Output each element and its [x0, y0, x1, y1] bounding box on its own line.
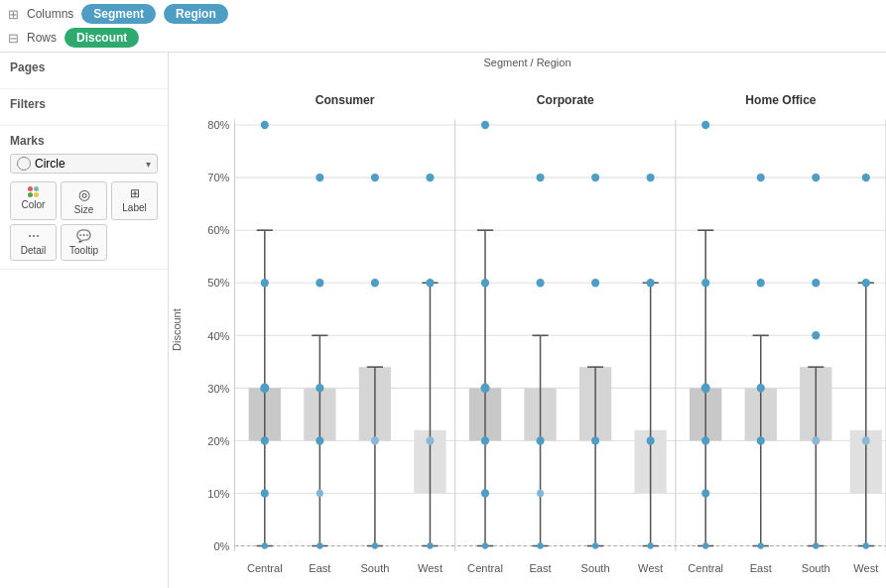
circle-mark-icon [17, 157, 31, 171]
svg-point-127 [812, 174, 820, 181]
svg-point-111 [701, 436, 709, 444]
label-icon: ⊞ [130, 186, 140, 200]
tooltip-icon: 💬 [76, 229, 91, 243]
svg-text:East: East [529, 562, 552, 574]
size-button[interactable]: ◎ Size [61, 181, 107, 220]
svg-point-131 [813, 542, 819, 548]
discount-pill[interactable]: Discount [64, 28, 139, 48]
svg-text:West: West [418, 562, 443, 574]
svg-point-44 [316, 542, 322, 548]
rows-label: Rows [27, 31, 57, 45]
svg-point-50 [371, 279, 379, 287]
svg-point-89 [591, 279, 599, 287]
color-button[interactable]: Color [10, 181, 57, 220]
tooltip-button[interactable]: 💬 Tooltip [61, 224, 107, 261]
svg-point-32 [261, 436, 269, 444]
columns-icon: ⊞ [8, 7, 19, 22]
chart-area: Segment / Region Discount [169, 53, 886, 588]
svg-point-71 [480, 384, 489, 394]
svg-point-121 [757, 436, 765, 444]
svg-text:East: East [750, 562, 773, 574]
svg-point-30 [261, 279, 269, 287]
svg-point-49 [371, 174, 379, 181]
svg-text:Central: Central [688, 562, 723, 574]
svg-text:South: South [802, 562, 830, 574]
svg-point-88 [591, 174, 599, 181]
tooltip-label: Tooltip [69, 245, 98, 256]
svg-point-138 [862, 436, 870, 444]
svg-text:South: South [581, 562, 610, 574]
toolbar: ⊞ Columns Segment Region ⊟ Rows Discount [0, 0, 886, 53]
svg-text:Consumer: Consumer [316, 93, 375, 107]
svg-point-80 [537, 279, 545, 287]
color-label: Color [22, 199, 46, 210]
columns-label: Columns [27, 7, 73, 21]
svg-point-96 [647, 174, 655, 181]
svg-text:West: West [853, 562, 879, 574]
svg-point-82 [537, 490, 544, 497]
svg-point-69 [481, 121, 489, 129]
color-icon [28, 186, 39, 197]
svg-point-137 [862, 279, 870, 287]
svg-point-120 [757, 384, 765, 392]
svg-text:50%: 50% [207, 277, 229, 289]
svg-point-29 [261, 121, 269, 129]
detail-button[interactable]: ⋯ Detail [10, 224, 57, 261]
filters-title: Filters [10, 97, 158, 111]
svg-point-34 [262, 542, 268, 548]
svg-text:20%: 20% [207, 434, 229, 446]
svg-point-42 [316, 436, 323, 444]
segment-pill[interactable]: Segment [81, 4, 156, 24]
svg-point-83 [538, 542, 544, 548]
svg-point-91 [592, 542, 598, 548]
svg-text:0%: 0% [213, 540, 229, 552]
marks-type-label: Circle [35, 157, 65, 171]
svg-point-108 [701, 121, 709, 129]
marks-type-dropdown[interactable]: Circle ▾ [10, 154, 158, 174]
pages-section: Pages [0, 53, 168, 89]
svg-text:70%: 70% [207, 172, 229, 183]
region-pill[interactable]: Region [164, 4, 228, 24]
svg-text:60%: 60% [207, 224, 229, 236]
svg-point-97 [647, 279, 655, 287]
svg-text:Corporate: Corporate [537, 93, 594, 107]
svg-point-136 [862, 174, 870, 181]
svg-point-109 [701, 279, 709, 287]
svg-point-81 [537, 436, 545, 444]
svg-text:South: South [360, 562, 389, 574]
label-button[interactable]: ⊞ Label [111, 181, 158, 220]
svg-point-113 [702, 542, 708, 548]
svg-point-72 [481, 436, 489, 444]
sidebar: Pages Filters Marks Circle ▾ [0, 53, 169, 588]
svg-text:Central: Central [247, 562, 283, 574]
svg-point-99 [648, 542, 654, 548]
svg-text:30%: 30% [207, 382, 229, 394]
svg-point-139 [863, 542, 869, 548]
chart-body: Discount 80% 70% [169, 72, 886, 588]
filters-section: Filters [0, 89, 168, 126]
svg-point-43 [316, 490, 323, 497]
svg-point-40 [316, 279, 323, 287]
marks-section: Marks Circle ▾ Color ◎ [0, 126, 168, 270]
svg-point-74 [482, 542, 488, 548]
svg-text:West: West [638, 562, 664, 574]
svg-point-41 [316, 384, 323, 392]
main-area: Pages Filters Marks Circle ▾ [0, 53, 886, 588]
svg-point-98 [647, 436, 655, 444]
svg-point-128 [812, 279, 820, 287]
svg-point-73 [481, 489, 489, 497]
svg-text:East: East [309, 562, 331, 574]
rows-icon: ⊟ [8, 31, 19, 46]
size-icon: ◎ [78, 186, 90, 202]
svg-point-112 [701, 489, 709, 497]
svg-point-110 [701, 384, 710, 394]
marks-title: Marks [10, 134, 158, 148]
svg-point-118 [757, 174, 765, 181]
svg-point-79 [537, 174, 545, 181]
svg-point-90 [591, 436, 599, 444]
y-axis-label: Discount [169, 72, 185, 588]
svg-point-70 [481, 279, 489, 287]
svg-point-122 [758, 542, 764, 548]
svg-text:Home Office: Home Office [745, 93, 816, 107]
svg-point-58 [426, 279, 434, 287]
